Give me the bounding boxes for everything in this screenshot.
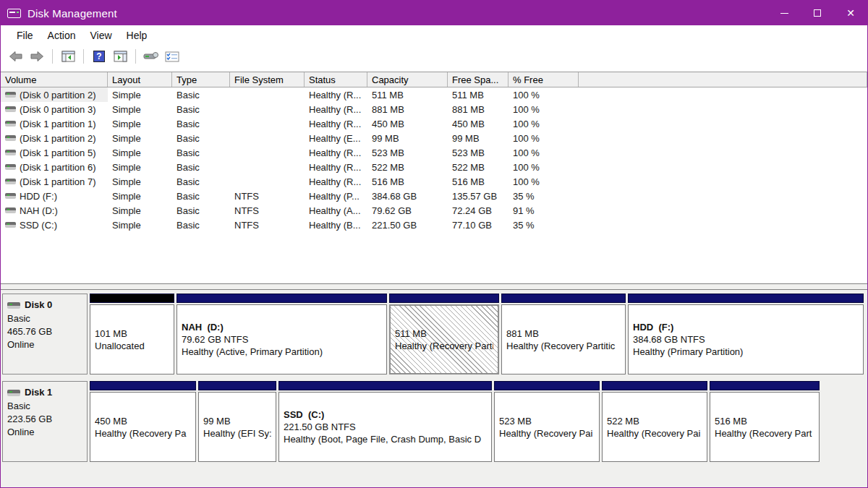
partition-text-line: Healthy (Recovery Parti [395,340,493,352]
minimize-button[interactable] [767,1,801,25]
partition-block[interactable]: 450 MBHealthy (Recovery Pa [90,381,196,462]
file-system-cell [230,102,305,116]
column-header-status[interactable]: Status [305,72,367,87]
table-row[interactable]: NAH (D:) Simple Basic NTFS Healthy (A...… [1,203,867,218]
table-row[interactable]: (Disk 1 partition 5) Simple Basic Health… [1,145,867,160]
layout-cell: Simple [108,145,172,160]
status-cell: Healthy (P... [305,189,367,203]
table-row[interactable]: SSD (C:) Simple Basic NTFS Healthy (B...… [1,218,867,232]
capacity-cell: 511 MB [367,87,448,102]
column-header-volume[interactable]: Volume [1,72,108,87]
status-cell: Healthy (R... [305,145,367,160]
partition-info: 523 MBHealthy (Recovery Pai [494,392,600,462]
column-header-free-space[interactable]: Free Spa... [448,72,509,87]
volume-list: Volume Layout Type File System Status Ca… [1,72,867,284]
disk-label[interactable]: Disk 0 Basic 465.76 GB Online [2,294,88,374]
partition-text-line: 523 MB [499,415,595,427]
disk-management-window: Disk Management ✕ File Action View Help … [0,0,868,488]
partition-text-line: NAH (D:) [182,321,382,333]
partition-color-bar [494,381,600,390]
menu-file[interactable]: File [9,27,41,43]
forward-icon[interactable] [28,48,46,65]
layout-cell: Simple [108,174,172,189]
free-space-cell: 99 MB [448,131,509,145]
partition-text-line: 384.68 GB NTFS [633,333,859,346]
filler-cell [579,131,867,145]
partition-info: HDD (F:)384.68 GB NTFSHealthy (Primary P… [628,304,864,374]
column-header-capacity[interactable]: Capacity [367,72,448,87]
partition-block[interactable]: 511 MBHealthy (Recovery Parti [389,294,499,374]
volume-icon [5,106,16,112]
partition-block[interactable]: 523 MBHealthy (Recovery Pai [494,381,600,462]
capacity-cell: 516 MB [367,174,448,189]
capacity-cell: 221.50 GB [367,218,448,232]
partition-block[interactable]: NAH (D:)79.62 GB NTFSHealthy (Active, Pr… [176,294,387,374]
pct-free-cell: 100 % [509,116,579,131]
table-row[interactable]: (Disk 1 partition 2) Simple Basic Health… [1,131,867,145]
volume-name: NAH (D:) [20,205,58,216]
partition-block[interactable]: 101 MBUnallocated [90,294,174,374]
back-icon[interactable] [7,48,25,65]
partition-text-line: Healthy (Recovery Pai [499,427,595,440]
pct-free-cell: 100 % [509,87,579,102]
partition-block[interactable]: 522 MBHealthy (Recovery Pai [602,381,707,462]
partition-block[interactable]: SSD (C:)221.50 GB NTFSHealthy (Boot, Pag… [278,381,492,462]
partition-block[interactable]: 516 MBHealthy (Recovery Part [710,381,820,462]
toolbar: ? [1,46,867,67]
table-row[interactable]: HDD (F:) Simple Basic NTFS Healthy (P...… [1,189,867,203]
volume-icon [5,193,16,199]
show-console-tree-icon[interactable] [59,48,77,65]
help-icon[interactable]: ? [90,48,108,65]
status-cell: Healthy (R... [305,102,367,116]
partition-text-line: 79.62 GB NTFS [182,333,382,346]
partition-block[interactable]: HDD (F:)384.68 GB NTFSHealthy (Primary P… [628,294,864,374]
filler-cell [579,218,867,232]
pct-free-cell: 100 % [509,131,579,145]
table-row[interactable]: (Disk 0 partition 3) Simple Basic Health… [1,102,867,116]
disk-status: Online [7,426,84,439]
column-header-pct-free[interactable]: % Free [509,72,579,87]
status-cell: Healthy (B... [305,218,367,232]
close-button[interactable]: ✕ [834,1,867,25]
file-system-cell [230,174,305,189]
toolbar-separator [135,49,136,64]
table-row[interactable]: (Disk 1 partition 1) Simple Basic Health… [1,116,867,131]
properties-icon[interactable] [163,48,181,65]
disk-name: Disk 0 [25,299,52,312]
partition-color-bar [501,294,626,303]
file-system-cell: NTFS [230,189,305,203]
partition-color-bar [198,381,276,390]
menu-help[interactable]: Help [119,27,155,43]
show-action-pane-icon[interactable] [111,48,129,65]
capacity-cell: 384.68 GB [367,189,448,203]
volume-icon [5,179,16,184]
disk-type: Basic [7,400,84,413]
pane-splitter[interactable] [1,284,867,289]
partition-block[interactable]: 881 MBHealthy (Recovery Partitic [501,294,626,374]
graphical-view-pane: Disk 0 Basic 465.76 GB Online 101 MBUnal… [1,289,867,487]
partition-block[interactable]: 99 MBHealthy (EFI Sy: [198,381,276,462]
partition-info: 881 MBHealthy (Recovery Partitic [501,304,626,374]
pct-free-cell: 35 % [509,218,579,232]
disk-tools-icon[interactable] [142,48,160,65]
titlebar[interactable]: Disk Management ✕ [1,1,867,25]
partition-strip: 101 MBUnallocated NAH (D:)79.62 GB NTFSH… [90,294,864,374]
maximize-button[interactable] [801,1,834,25]
column-header-layout[interactable]: Layout [108,72,172,87]
free-space-cell: 72.24 GB [448,203,509,218]
column-header-type[interactable]: Type [172,72,230,87]
maximize-icon [814,9,821,17]
capacity-cell: 79.62 GB [367,203,448,218]
type-cell: Basic [172,87,230,102]
filler-cell [579,189,867,203]
disk-type: Basic [7,312,84,325]
disk-label[interactable]: Disk 1 Basic 223.56 GB Online [2,381,88,462]
disk-management-app-icon [7,9,21,18]
volume-icon [5,92,16,98]
table-row[interactable]: (Disk 0 partition 2) Simple Basic Health… [1,87,867,102]
table-row[interactable]: (Disk 1 partition 7) Simple Basic Health… [1,174,867,189]
menu-action[interactable]: Action [41,27,83,43]
column-header-file-system[interactable]: File System [230,72,305,87]
menu-view[interactable]: View [82,27,119,43]
table-row[interactable]: (Disk 1 partition 6) Simple Basic Health… [1,160,867,174]
